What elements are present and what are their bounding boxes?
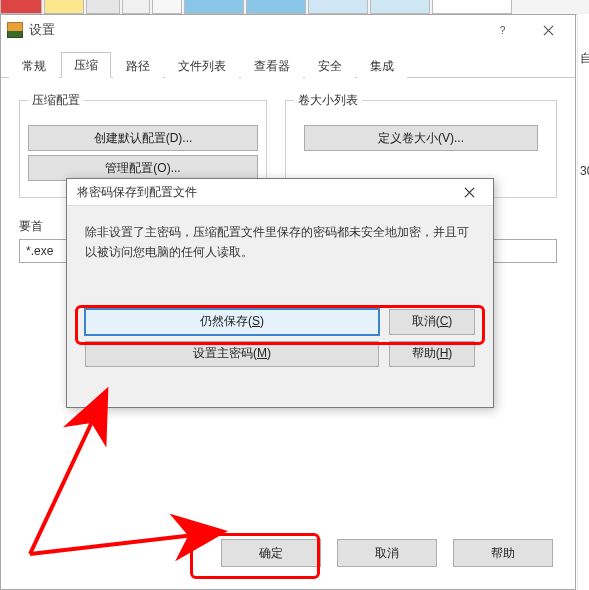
close-icon[interactable] xyxy=(526,16,571,44)
tab-integrate[interactable]: 集成 xyxy=(357,53,407,78)
tab-path[interactable]: 路径 xyxy=(113,53,163,78)
tabstrip: 常规 压缩 路径 文件列表 查看器 安全 集成 xyxy=(1,49,575,78)
background-top-strip xyxy=(0,0,589,15)
tab-security[interactable]: 安全 xyxy=(305,53,355,78)
settings-titlebar: 设置 ? xyxy=(1,15,575,45)
dialog-close-icon[interactable] xyxy=(449,180,489,204)
volume-size-legend: 卷大小列表 xyxy=(294,92,362,109)
create-default-profile-button[interactable]: 创建默认配置(D)... xyxy=(28,125,258,151)
dialog-titlebar: 将密码保存到配置文件 xyxy=(67,179,493,206)
password-warning-dialog: 将密码保存到配置文件 除非设置了主密码，压缩配置文件里保存的密码都未安全地加密，… xyxy=(66,178,494,408)
bg-char: 自 xyxy=(580,50,589,67)
modal-cancel-button[interactable]: 取消(C) xyxy=(389,309,475,335)
bg-number: 30 xyxy=(580,164,589,178)
settings-actionbar: 确定 取消 帮助 xyxy=(1,525,575,589)
tab-general[interactable]: 常规 xyxy=(9,53,59,78)
winrar-icon xyxy=(7,22,23,38)
svg-text:?: ? xyxy=(500,25,506,36)
dialog-message: 除非设置了主密码，压缩配置文件里保存的密码都未安全地加密，并且可以被访问您电脑的… xyxy=(85,222,475,263)
still-save-button[interactable]: 仍然保存(S) xyxy=(85,309,379,335)
set-master-password-button[interactable]: 设置主密码(M) xyxy=(85,341,379,367)
settings-title: 设置 xyxy=(29,21,55,39)
modal-help-button[interactable]: 帮助(H) xyxy=(389,341,475,367)
help-button[interactable]: 帮助 xyxy=(453,539,553,567)
help-button-icon[interactable]: ? xyxy=(481,16,526,44)
dialog-title: 将密码保存到配置文件 xyxy=(77,184,197,201)
cancel-button[interactable]: 取消 xyxy=(337,539,437,567)
define-volume-size-button[interactable]: 定义卷大小(V)... xyxy=(304,125,538,151)
compress-profile-legend: 压缩配置 xyxy=(28,92,84,109)
tab-filelist[interactable]: 文件列表 xyxy=(165,53,239,78)
tab-viewer[interactable]: 查看器 xyxy=(241,53,303,78)
background-right-sliver: 自 30 xyxy=(577,14,589,590)
ok-button[interactable]: 确定 xyxy=(221,539,321,567)
tab-compress[interactable]: 压缩 xyxy=(61,52,111,78)
